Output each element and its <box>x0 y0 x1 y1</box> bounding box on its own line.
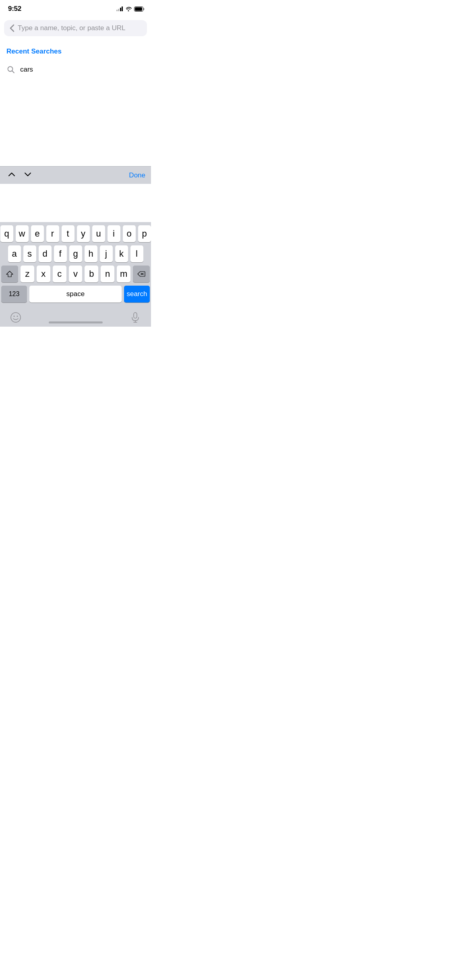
svg-point-9 <box>17 316 18 317</box>
toolbar-nav <box>6 169 34 181</box>
recent-item-label: cars <box>20 66 33 74</box>
key-c[interactable]: c <box>53 266 66 282</box>
key-b[interactable]: b <box>85 266 98 282</box>
numbers-key[interactable]: 123 <box>1 286 27 303</box>
svg-rect-1 <box>143 8 145 10</box>
key-d[interactable]: d <box>39 245 52 262</box>
key-e[interactable]: e <box>31 225 44 242</box>
recent-searches-title: Recent Searches <box>6 47 145 56</box>
search-input[interactable]: Type a name, topic, or paste a URL <box>18 24 141 32</box>
svg-point-8 <box>14 316 15 317</box>
key-o[interactable]: o <box>123 225 136 242</box>
keyboard-row-bottom: 123 space search <box>1 286 150 303</box>
key-i[interactable]: i <box>108 225 120 242</box>
delete-key[interactable] <box>133 266 150 282</box>
key-z[interactable]: z <box>21 266 34 282</box>
keyboard-row-2: a s d f g h j k l <box>1 245 150 262</box>
nav-up-button[interactable] <box>6 169 18 181</box>
key-p[interactable]: p <box>138 225 151 242</box>
svg-line-4 <box>12 71 14 73</box>
home-indicator <box>49 321 103 323</box>
battery-icon <box>134 6 145 12</box>
key-g[interactable]: g <box>69 245 82 262</box>
mic-key[interactable] <box>127 309 143 325</box>
svg-point-7 <box>11 313 21 322</box>
keyboard-toolbar: Done <box>0 166 151 184</box>
status-time: 9:52 <box>8 5 21 13</box>
key-u[interactable]: u <box>92 225 105 242</box>
keyboard-row-3: z x c v b n m <box>1 266 150 282</box>
keyboard-bottom-row <box>1 306 150 327</box>
recent-search-item[interactable]: cars <box>6 61 145 78</box>
key-w[interactable]: w <box>16 225 29 242</box>
shift-key[interactable] <box>1 266 18 282</box>
key-v[interactable]: v <box>69 266 83 282</box>
back-button[interactable] <box>10 24 14 32</box>
key-a[interactable]: a <box>8 245 21 262</box>
wifi-icon <box>125 6 132 11</box>
search-icon <box>6 65 15 74</box>
key-f[interactable]: f <box>54 245 67 262</box>
key-t[interactable]: t <box>62 225 74 242</box>
keyboard-row-1: q w e r t y u i o p <box>1 225 150 242</box>
status-icons <box>116 6 145 12</box>
key-n[interactable]: n <box>101 266 114 282</box>
nav-down-button[interactable] <box>22 169 34 181</box>
key-s[interactable]: s <box>23 245 36 262</box>
svg-rect-2 <box>135 7 142 11</box>
key-q[interactable]: q <box>0 225 13 242</box>
key-l[interactable]: l <box>130 245 143 262</box>
key-h[interactable]: h <box>85 245 97 262</box>
content-area: Recent Searches cars <box>0 41 151 78</box>
key-x[interactable]: x <box>37 266 50 282</box>
key-j[interactable]: j <box>100 245 113 262</box>
signal-icon <box>116 6 123 11</box>
search-key[interactable]: search <box>124 286 150 303</box>
keyboard: q w e r t y u i o p a s d f g h j k l z … <box>0 222 151 327</box>
key-m[interactable]: m <box>117 266 130 282</box>
status-bar: 9:52 <box>0 0 151 18</box>
space-key[interactable]: space <box>29 286 122 303</box>
key-r[interactable]: r <box>46 225 59 242</box>
emoji-key[interactable] <box>8 309 24 325</box>
key-k[interactable]: k <box>115 245 128 262</box>
done-button[interactable]: Done <box>129 171 145 179</box>
search-bar[interactable]: Type a name, topic, or paste a URL <box>4 20 147 36</box>
svg-rect-10 <box>134 313 137 318</box>
key-y[interactable]: y <box>77 225 90 242</box>
